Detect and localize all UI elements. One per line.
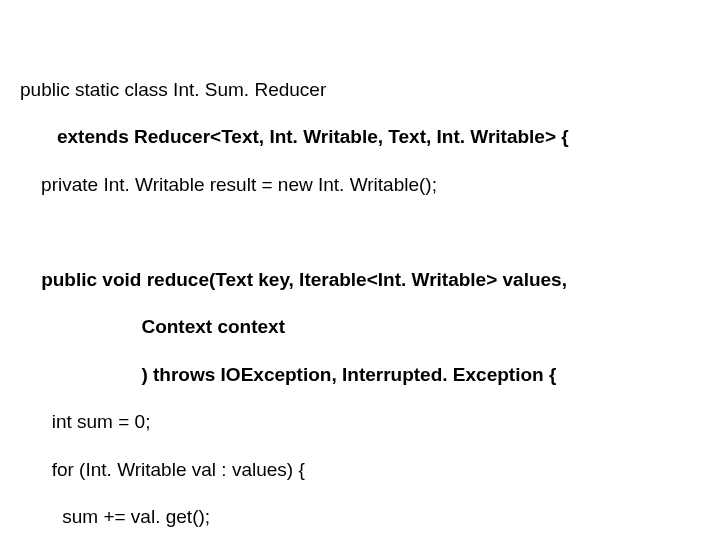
code-line-8: int sum = 0; [20, 410, 700, 434]
indent [20, 126, 57, 147]
code-line-5: public void reduce(Text key, Iterable<In… [20, 268, 700, 292]
indent [20, 316, 141, 337]
text: public static class Int. Sum. Reducer [20, 79, 326, 100]
code-line-10: sum += val. get(); [20, 505, 700, 529]
code-line-3: private Int. Writable result = new Int. … [20, 173, 700, 197]
code-line-4 [20, 220, 700, 244]
code-line-9: for (Int. Writable val : values) { [20, 458, 700, 482]
text-bold: extends Reducer<Text, Int. Writable, Tex… [57, 126, 569, 147]
code-line-2: extends Reducer<Text, Int. Writable, Tex… [20, 125, 700, 149]
indent [20, 269, 41, 290]
indent [20, 364, 141, 385]
text: private Int. Writable result = new Int. … [20, 174, 437, 195]
text: int sum = 0; [20, 411, 150, 432]
text: sum += val. get(); [20, 506, 210, 527]
code-line-1: public static class Int. Sum. Reducer [20, 78, 700, 102]
code-line-7: ) throws IOException, Interrupted. Excep… [20, 363, 700, 387]
text-bold: public void reduce(Text key, Iterable<In… [41, 269, 567, 290]
code-line-6: Context context [20, 315, 700, 339]
text-bold: ) throws IOException, Interrupted. Excep… [141, 364, 556, 385]
text-bold: Context context [141, 316, 285, 337]
text: for (Int. Writable val : values) { [20, 459, 305, 480]
code-slide: public static class Int. Sum. Reducer ex… [0, 0, 720, 540]
